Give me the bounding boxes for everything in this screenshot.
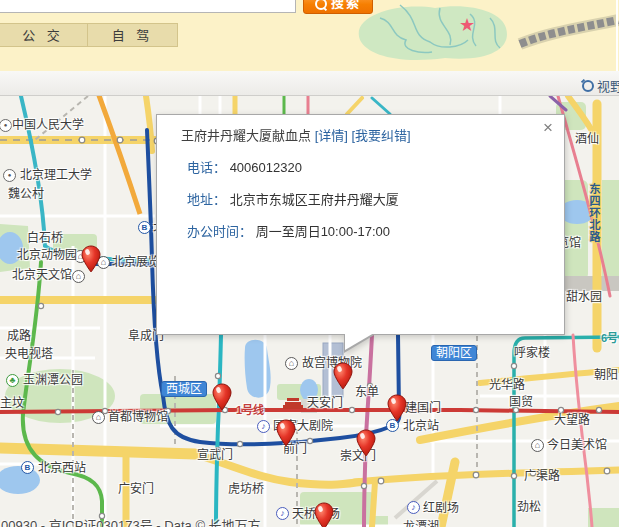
map-copyright: 00930 - 京ICP证030173号 - Data © 长地万方 bbox=[1, 515, 261, 527]
music-icon: ♪ bbox=[276, 507, 289, 520]
china-map-illustration bbox=[340, 0, 619, 70]
map-pin-marker[interactable] bbox=[387, 394, 407, 422]
map-canvas[interactable]: ●中国人民大学●北京理工大学魏公村白石桥⌂北京动物园⌂北京展览馆⌂北京天文馆成路… bbox=[0, 96, 619, 527]
music-icon: ♪ bbox=[407, 501, 420, 514]
map-label: 白石桥 bbox=[27, 232, 63, 245]
search-input[interactable] bbox=[0, 0, 296, 13]
header-banner: ★ 搜索 公 交 自 驾 bbox=[0, 0, 619, 71]
map-pin-marker[interactable] bbox=[333, 362, 353, 390]
search-button[interactable]: 搜索 bbox=[303, 0, 373, 14]
map-label: 天安门 bbox=[307, 397, 343, 410]
map-label: 北京理工大学 bbox=[20, 169, 92, 182]
search-icon bbox=[315, 0, 327, 10]
map-label: 宣武门 bbox=[197, 449, 233, 462]
office-hours-label: 办公时间： bbox=[187, 224, 252, 239]
app-window: ★ 搜索 公 交 自 驾 视野 bbox=[0, 0, 619, 527]
map-pin-marker[interactable] bbox=[356, 429, 376, 457]
map-label: 建国门 bbox=[405, 402, 441, 415]
map-toolbar: 视野 bbox=[0, 71, 619, 96]
address-value: 北京市东城区王府井丹耀大厦 bbox=[230, 192, 399, 207]
map-pin-marker[interactable] bbox=[212, 383, 232, 411]
map-label: 呼家楼 bbox=[514, 347, 550, 360]
tab-transit[interactable]: 公 交 bbox=[0, 23, 88, 47]
map-label: 北京站 bbox=[403, 420, 439, 433]
map-label: 玉渊潭公园 bbox=[23, 374, 83, 387]
map-label: 虎坊桥 bbox=[228, 483, 264, 496]
map-label: 国贸 bbox=[509, 396, 533, 409]
view-magnifier-icon bbox=[582, 80, 594, 92]
view-range-label: 视野 bbox=[597, 76, 619, 95]
map-pin-marker[interactable] bbox=[314, 502, 334, 527]
map-pin-marker[interactable] bbox=[81, 245, 101, 273]
address-row: 地址： 北京市东城区王府井丹耀大厦 bbox=[187, 189, 564, 208]
map-label: 东单 bbox=[355, 386, 379, 399]
map-label: 广渠路 bbox=[524, 470, 560, 483]
map-label: 甜水园 bbox=[566, 291, 602, 304]
map-label: 中国人民大学 bbox=[12, 119, 84, 132]
map-label: 龙潭湖 bbox=[403, 521, 439, 527]
popup-tail bbox=[345, 333, 374, 350]
map-label: 成路 bbox=[7, 330, 31, 343]
map-label: 主坟 bbox=[0, 397, 24, 410]
metro-line-label: 6号 bbox=[601, 329, 618, 345]
poi-title: 王府井丹耀大厦献血点 bbox=[181, 128, 311, 143]
map-pin-marker[interactable] bbox=[276, 419, 296, 447]
metro-line-label: 东四环北路 bbox=[588, 183, 599, 243]
subway-icon: B bbox=[138, 221, 151, 234]
museum-icon: ⌂ bbox=[92, 411, 105, 424]
map-label: 央电视塔 bbox=[5, 348, 53, 361]
map-label: 今日美术馆 bbox=[547, 439, 607, 452]
address-label: 地址： bbox=[187, 192, 226, 207]
report-error-link[interactable]: [我要纠错] bbox=[352, 128, 411, 143]
metro-line-label: 1号线 bbox=[236, 401, 264, 417]
map-label: 广安门 bbox=[118, 483, 154, 496]
map-label: 红剧场 bbox=[423, 502, 459, 515]
map-label: 朝阳 bbox=[594, 369, 618, 382]
district-badge: 朝阳区 bbox=[431, 345, 477, 361]
map-label: 劲松 bbox=[517, 501, 541, 514]
view-range-link[interactable]: 视野 bbox=[582, 76, 619, 95]
map-label: 故宫博物院 bbox=[302, 357, 362, 370]
tree-icon: ♣ bbox=[6, 374, 19, 387]
map-label: 光华路 bbox=[489, 379, 525, 392]
mode-tabs: 公 交 自 驾 bbox=[0, 23, 178, 47]
phone-label: 电话： bbox=[187, 160, 226, 175]
museum-icon: ⌂ bbox=[531, 439, 544, 452]
tiananmen-gate-icon bbox=[283, 398, 303, 409]
map-label: 北京西站 bbox=[38, 462, 86, 475]
district-badge: 西城区 bbox=[161, 381, 207, 397]
map-label: 北京天文馆 bbox=[12, 269, 72, 282]
search-button-label: 搜索 bbox=[331, 0, 361, 11]
phone-row: 电话： 4006012320 bbox=[187, 157, 564, 176]
map-label: 魏公村 bbox=[8, 188, 44, 201]
office-hours-value: 周一至周日10:00-17:00 bbox=[256, 224, 390, 239]
univ-icon: ● bbox=[3, 169, 16, 182]
close-icon[interactable]: × bbox=[543, 118, 553, 138]
popup-title-row: 王府井丹耀大厦献血点 [详情] [我要纠错] bbox=[181, 125, 564, 144]
museum-icon: ⌂ bbox=[285, 357, 298, 370]
music-icon: ♪ bbox=[257, 420, 270, 433]
map-label: 酒仙 bbox=[575, 133, 599, 146]
phone-value: 4006012320 bbox=[230, 160, 302, 175]
map-label: 大望路 bbox=[554, 414, 590, 427]
tab-driving[interactable]: 自 驾 bbox=[88, 23, 178, 47]
poi-info-popup: × 王府井丹耀大厦献血点 [详情] [我要纠错] 电话： 4006012320 … bbox=[156, 114, 565, 335]
detail-link[interactable]: [详情] bbox=[315, 128, 348, 143]
banner-right-edge bbox=[616, 0, 618, 71]
map-label: 北京动物园 bbox=[17, 249, 77, 262]
map-label: 首都博物馆 bbox=[108, 411, 168, 424]
beijing-star-icon: ★ bbox=[459, 16, 475, 34]
subway-icon: B bbox=[21, 461, 34, 474]
office-hours-row: 办公时间： 周一至周日10:00-17:00 bbox=[187, 221, 564, 240]
